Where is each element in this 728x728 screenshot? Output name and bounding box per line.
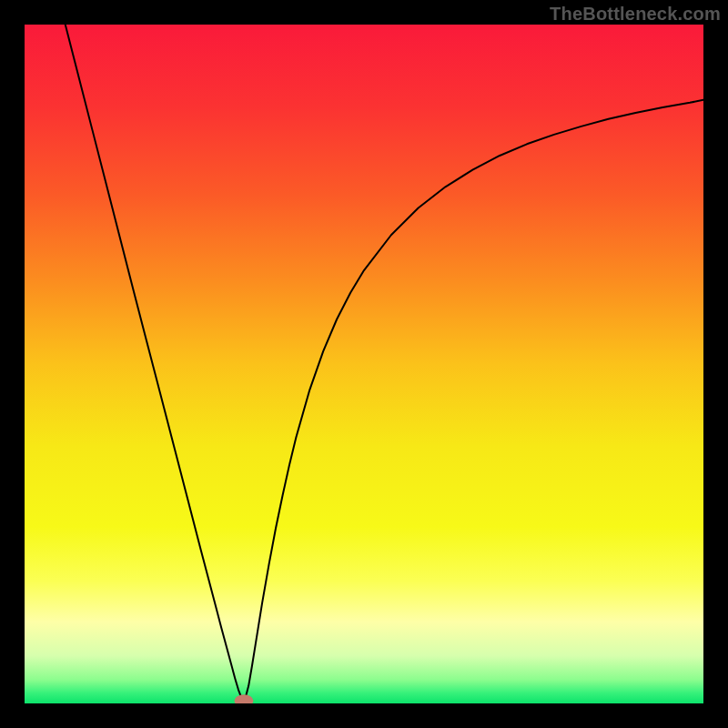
chart-svg [25,25,703,703]
chart-stage: TheBottleneck.com [0,0,728,728]
plot-area [25,25,703,703]
chart-background [25,25,703,703]
watermark-text: TheBottleneck.com [550,4,721,25]
